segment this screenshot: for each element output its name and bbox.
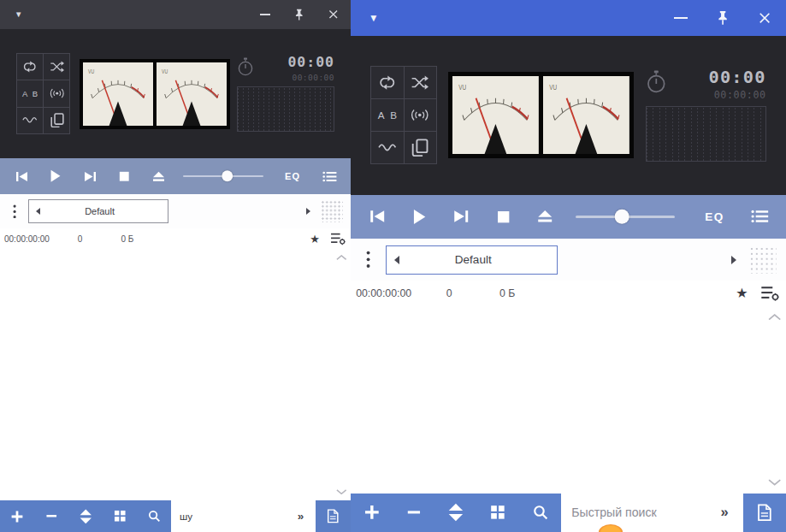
pin-button[interactable] <box>282 0 316 29</box>
shuffle-button[interactable] <box>44 54 69 80</box>
scroll-down-button[interactable] <box>336 489 347 494</box>
equalizer-button[interactable]: EQ <box>705 210 724 223</box>
window-menu-button[interactable]: ▼ <box>0 0 36 29</box>
player-display: A B VU VU 00:00 00:00:00 <box>351 36 786 195</box>
volume-knob[interactable] <box>615 210 629 224</box>
scroll-down-button[interactable] <box>768 479 781 486</box>
playlist-area[interactable] <box>0 249 351 500</box>
add-button[interactable] <box>0 500 34 532</box>
close-button[interactable] <box>744 0 786 36</box>
scrollbar[interactable] <box>766 314 783 486</box>
playlist-grid-button[interactable] <box>321 200 343 222</box>
elapsed-time: 00:00 <box>287 56 334 70</box>
playlist-menu-button[interactable] <box>8 201 21 222</box>
volume-slider[interactable] <box>576 195 675 239</box>
spectrum-analyzer[interactable] <box>646 106 765 162</box>
search-field-area[interactable] <box>561 494 706 532</box>
internet-radio-button[interactable] <box>44 80 69 106</box>
spectrum-analyzer[interactable] <box>237 86 334 132</box>
minus-icon <box>45 510 58 523</box>
search-field-area[interactable] <box>171 500 286 532</box>
group-button[interactable] <box>477 494 519 532</box>
pin-icon <box>294 9 304 21</box>
visualization-button[interactable] <box>17 108 43 133</box>
search-button[interactable] <box>137 500 171 532</box>
close-button[interactable] <box>316 0 351 29</box>
playlist-grid-button[interactable] <box>749 246 777 274</box>
player-mode-buttons: A B <box>370 66 436 164</box>
volume-track[interactable] <box>183 175 263 178</box>
playlist-area[interactable] <box>351 306 786 494</box>
favorites-star-icon[interactable]: ★ <box>310 233 320 245</box>
play-button[interactable] <box>38 158 73 194</box>
ab-repeat-button[interactable]: A B <box>371 99 403 131</box>
eject-button[interactable] <box>524 195 566 239</box>
titlebar[interactable]: ▼ <box>351 0 786 36</box>
more-button[interactable]: » <box>286 500 316 532</box>
playlist-toggle-button[interactable] <box>314 158 345 194</box>
eject-button[interactable] <box>141 158 175 194</box>
titlebar[interactable]: ▼ <box>0 0 351 29</box>
window-menu-button[interactable]: ▼ <box>351 0 395 36</box>
volume-track[interactable] <box>576 216 675 218</box>
titlebar-drag-area[interactable] <box>395 0 660 36</box>
more-button[interactable]: » <box>706 494 742 532</box>
stop-button[interactable] <box>482 195 524 239</box>
previous-button[interactable] <box>4 158 38 194</box>
vu-meter-left: VU <box>452 76 539 154</box>
playlist-options-button[interactable] <box>760 285 780 301</box>
minimize-button[interactable] <box>248 0 282 29</box>
pin-button[interactable] <box>702 0 744 36</box>
internet-radio-button[interactable] <box>405 99 436 131</box>
minus-icon <box>406 505 422 520</box>
ab-repeat-button[interactable]: A B <box>17 80 43 106</box>
playlist-options-button[interactable] <box>330 232 346 245</box>
tab-scroll-right-button[interactable] <box>723 247 744 273</box>
scroll-up-button[interactable] <box>336 255 347 260</box>
play-button[interactable] <box>398 195 440 239</box>
playlist-menu-button[interactable] <box>360 247 377 273</box>
volume-slider[interactable] <box>183 158 263 194</box>
repeat-button[interactable] <box>371 67 403 98</box>
remove-button[interactable] <box>393 494 434 532</box>
favorites-star-icon[interactable]: ★ <box>736 287 748 300</box>
shuffle-button[interactable] <box>405 67 436 98</box>
equalizer-button[interactable]: EQ <box>285 171 300 181</box>
visualization-button[interactable] <box>371 132 403 163</box>
playlist-tab-default[interactable]: Default <box>28 199 168 223</box>
stop-button[interactable] <box>107 158 141 194</box>
plus-icon <box>10 510 24 523</box>
vu-meters[interactable]: VU VU <box>448 72 633 158</box>
copy-button[interactable] <box>405 132 436 163</box>
playlist-toggle-button[interactable] <box>741 195 778 239</box>
sort-button[interactable] <box>68 500 103 532</box>
volume-knob[interactable] <box>222 170 233 182</box>
search-input[interactable] <box>571 505 706 519</box>
shuffle-icon <box>411 75 429 90</box>
scroll-up-button[interactable] <box>768 314 781 321</box>
pin-icon <box>717 10 729 26</box>
search-button[interactable] <box>519 494 561 532</box>
tab-scroll-right-button[interactable] <box>299 201 316 222</box>
svg-text:VU: VU <box>162 68 168 74</box>
vu-meters[interactable]: VU VU <box>80 59 230 129</box>
search-input[interactable] <box>180 511 286 522</box>
next-button[interactable] <box>73 158 107 194</box>
player-mode-buttons: A B <box>16 53 70 134</box>
copy-button[interactable] <box>44 108 69 133</box>
titlebar-drag-area[interactable] <box>36 0 248 29</box>
playlist-tab-default[interactable]: Default <box>386 245 558 275</box>
copy-icon <box>411 139 429 157</box>
sort-button[interactable] <box>434 494 476 532</box>
minimize-button[interactable] <box>659 0 701 36</box>
playlist-document-button[interactable] <box>316 500 351 532</box>
add-button[interactable] <box>351 494 393 532</box>
vu-meter-right: VU <box>157 62 227 126</box>
previous-button[interactable] <box>356 195 398 239</box>
repeat-button[interactable] <box>17 54 43 80</box>
playlist-document-button[interactable] <box>743 494 786 532</box>
scrollbar[interactable] <box>335 255 349 494</box>
next-button[interactable] <box>440 195 482 239</box>
group-button[interactable] <box>103 500 137 532</box>
remove-button[interactable] <box>34 500 68 532</box>
